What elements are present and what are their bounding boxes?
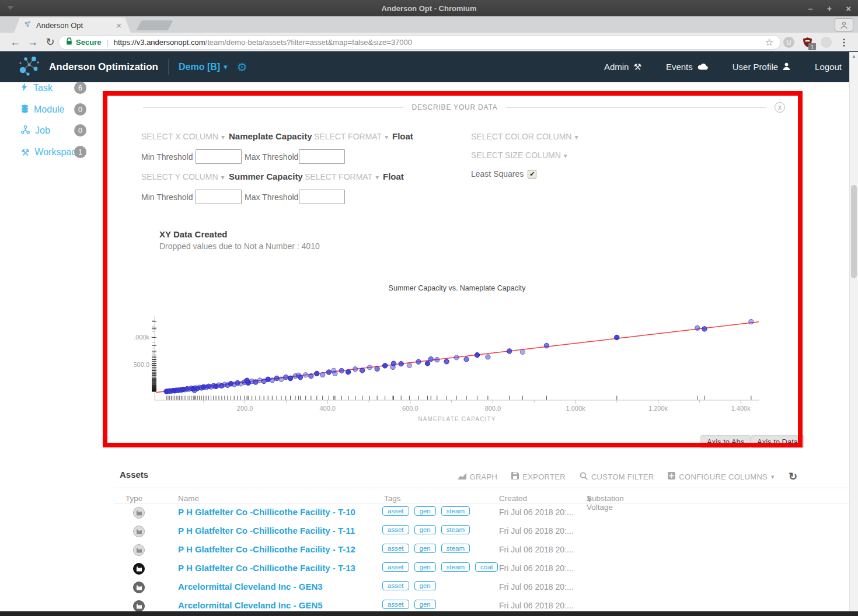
sort-order-indicator: 1	[587, 494, 591, 503]
chevron-down-icon: ▾	[221, 133, 225, 141]
refresh-icon[interactable]: ↻	[789, 470, 797, 483]
select-color-column-dropdown[interactable]: SELECT COLOR COLUMN▾	[471, 132, 578, 141]
factory-dark-icon	[133, 582, 145, 593]
header-nav-admin[interactable]: Admin⚒	[604, 62, 641, 72]
header-nav-logout[interactable]: Logout	[815, 62, 842, 72]
address-bar[interactable]: Secure | https://v3.andersonopt.com /tea…	[58, 35, 781, 50]
header-nav-user-profile[interactable]: User Profile	[733, 62, 790, 72]
tab-close-icon[interactable]: ×	[116, 20, 121, 30]
window-controls: – + ×	[808, 0, 851, 16]
asset-name-link[interactable]: Arcelormittal Cleveland Inc - GEN3	[178, 582, 323, 592]
max-threshold-x-input[interactable]	[299, 149, 345, 164]
select-x-format-dropdown[interactable]: SELECT FORMAT▾	[314, 132, 388, 141]
nav-label: User Profile	[733, 62, 778, 72]
header-divider	[168, 59, 169, 75]
column-header-label: Created	[499, 494, 527, 503]
toolbar-configure-columns[interactable]: CONFIGURE COLUMNS▾	[668, 472, 775, 481]
team-selector[interactable]: Demo [B]	[179, 62, 220, 72]
created-cell: Fri Jul 06 2018 20:...	[499, 582, 574, 592]
select-x-column-label: SELECT X COLUMN	[141, 132, 218, 141]
scrollbar-up-arrow[interactable]: ▲	[850, 54, 858, 59]
asset-name-link[interactable]: P H Glatfelter Co -Chillicothe Facility …	[178, 563, 355, 573]
select-size-column-label: SELECT SIZE COLUMN	[471, 150, 561, 160]
axis-to-abs-button[interactable]: Axis to Abs	[700, 435, 751, 448]
toolbar-graph[interactable]: GRAPH	[458, 473, 498, 481]
chevron-down-icon: ▾	[564, 152, 567, 160]
back-button[interactable]: ←	[7, 34, 23, 50]
axis-to-data-button[interactable]: Axis to Data	[751, 435, 804, 448]
max-threshold-y-input[interactable]	[299, 190, 345, 204]
sidebar-badge-job: 0	[74, 124, 86, 136]
tools-icon: ⚒	[633, 62, 641, 72]
sidebar-badge-task: 6	[74, 82, 86, 94]
tag-chip-asset: asset	[382, 562, 409, 572]
toolbar-exporter[interactable]: EXPORTER	[511, 472, 566, 481]
select-x-column-dropdown[interactable]: SELECT X COLUMN▾	[141, 132, 225, 141]
window-minimize-button[interactable]: –	[808, 4, 812, 13]
nav-label: Logout	[815, 62, 842, 72]
sidebar-item-task[interactable]: Task	[21, 82, 53, 94]
nav-label: Admin	[604, 62, 629, 72]
window-menu-icon[interactable]	[7, 6, 14, 10]
search-icon	[580, 472, 588, 482]
min-threshold-y-input[interactable]	[196, 190, 242, 204]
ublock-extension-icon[interactable]: 1	[802, 37, 813, 48]
forward-button[interactable]: →	[25, 34, 41, 50]
sidebar-item-module[interactable]: Module	[21, 103, 64, 116]
asset-name-link[interactable]: Arcelormittal Cleveland Inc - GEN5	[178, 600, 323, 610]
browser-menu-icon[interactable]: ⋮	[839, 37, 849, 48]
tag-chip-gen: gen	[414, 600, 436, 609]
asset-name-link[interactable]: P H Glatfelter Co -Chillicothe Facility …	[178, 507, 355, 517]
tag-chip-steam: steam	[441, 506, 470, 516]
window-close-button[interactable]: ×	[846, 4, 851, 13]
svg-text:200.0: 200.0	[237, 405, 253, 412]
min-threshold-y-label: Min Threshold	[141, 192, 193, 202]
table-row: P H Glatfelter Co -Chillicothe Facility …	[114, 559, 849, 578]
tag-chip-asset: asset	[382, 544, 409, 553]
window-maximize-button[interactable]: +	[826, 4, 832, 13]
extensions-area: U 1 ⋮	[783, 35, 849, 50]
toolbar-label: CONFIGURE COLUMNS	[679, 473, 768, 481]
extension-u-icon[interactable]: U	[783, 37, 794, 48]
asset-name-link[interactable]: P H Glatfelter Co -Chillicothe Facility …	[178, 526, 355, 536]
extension-faded-icon[interactable]	[821, 37, 832, 48]
tab-title: Anderson Opt	[36, 21, 116, 30]
sidebar-item-label: Task	[33, 83, 53, 93]
browser-tab[interactable]: Anderson Opt ×	[14, 18, 131, 33]
svg-text:1.200k: 1.200k	[648, 405, 668, 412]
tag-list: assetgensteam	[382, 525, 470, 534]
chevron-down-icon[interactable]: ▾	[224, 62, 228, 71]
bookmark-star-icon[interactable]: ☆	[765, 37, 773, 48]
window-bottom-edge	[0, 611, 858, 616]
sidebar-item-label: Module	[34, 104, 64, 115]
select-size-column-dropdown[interactable]: SELECT SIZE COLUMN▾	[471, 150, 567, 160]
browser-profile-button[interactable]	[835, 18, 853, 32]
person-icon	[783, 62, 790, 72]
header-nav-events[interactable]: Events	[666, 62, 708, 72]
max-threshold-x-label: Max Threshold	[245, 152, 298, 162]
tag-chip-gen: gen	[414, 506, 436, 516]
asset-name-link[interactable]: P H Glatfelter Co -Chillicothe Facility …	[178, 544, 355, 554]
y-format-value: Float	[383, 172, 404, 181]
x-column-value: Nameplate Capacity	[229, 131, 312, 141]
factory-light-icon	[133, 526, 145, 537]
panel-close-button[interactable]: x	[775, 102, 785, 113]
created-cell: Fri Jul 06 2018 20:...	[499, 508, 574, 517]
toolbar-label: GRAPH	[470, 473, 498, 481]
toolbar-custom-filter[interactable]: CUSTOM FILTER	[580, 472, 654, 482]
select-y-format-dropdown[interactable]: SELECT FORMAT▾	[305, 172, 379, 181]
tab-favicon-icon	[23, 20, 32, 30]
select-y-column-dropdown[interactable]: SELECT Y COLUMN▾	[141, 172, 225, 181]
svg-text:400.0: 400.0	[319, 405, 336, 412]
reload-button[interactable]: ↻	[42, 34, 58, 50]
tag-list: assetgen	[382, 600, 436, 609]
scrollbar-thumb[interactable]	[851, 185, 857, 278]
min-threshold-x-input[interactable]	[196, 149, 242, 164]
app-header: Anderson Optimization Demo [B] ▾ ⚙ Admin…	[0, 51, 858, 82]
tag-list: assetgensteamcoal	[382, 562, 498, 572]
new-tab-button[interactable]	[136, 20, 173, 30]
sidebar-item-workspace[interactable]: ⚒Workspace	[21, 146, 81, 159]
sidebar-item-job[interactable]: Job	[21, 124, 50, 137]
least-squares-checkbox[interactable]: ✔	[528, 170, 536, 178]
team-settings-gear-icon[interactable]: ⚙	[237, 60, 247, 74]
